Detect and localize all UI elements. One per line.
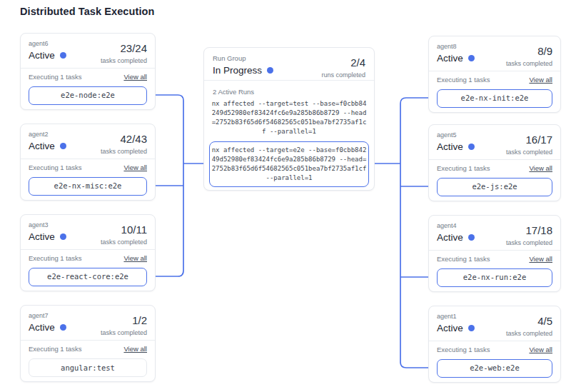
tasks-count: 23/24 bbox=[101, 42, 147, 54]
agent-card-agent1: agent1 Active 4/5 tasks completed Execut… bbox=[428, 306, 561, 383]
agent-status-label: Active bbox=[29, 141, 55, 151]
agent-status-label: Active bbox=[437, 323, 463, 333]
tasks-count-label: tasks completed bbox=[506, 330, 552, 337]
active-status-dot bbox=[468, 144, 475, 150]
task-pill[interactable]: e2e-nx-run:e2e bbox=[437, 268, 552, 287]
view-all-link[interactable]: View all bbox=[529, 346, 552, 353]
tasks-count: 42/43 bbox=[101, 133, 147, 145]
executing-label: Executing 1 tasks bbox=[437, 164, 490, 172]
agent-card-agent8: agent8 Active 8/9 tasks completed Execut… bbox=[428, 36, 561, 113]
agent-card-header: agent8 Active 8/9 tasks completed bbox=[429, 36, 560, 67]
agent-card-header: agent6 Active 23/24 tasks completed bbox=[21, 34, 155, 64]
agent-card-header: agent1 Active 4/5 tasks completed bbox=[429, 306, 560, 337]
card-divider bbox=[21, 249, 155, 250]
executing-label: Executing 1 tasks bbox=[437, 346, 490, 353]
view-all-link[interactable]: View all bbox=[123, 345, 147, 353]
tasks-count-label: tasks completed bbox=[506, 60, 552, 67]
runs-count: 2/4 bbox=[321, 56, 365, 69]
task-pill[interactable]: e2e-node:e2e bbox=[29, 86, 147, 105]
view-all-link[interactable]: View all bbox=[529, 255, 552, 263]
tasks-count-label: tasks completed bbox=[506, 149, 552, 156]
distributed-task-execution-view: Distributed Task Execution agent6 Active… bbox=[0, 0, 571, 392]
executing-label: Executing 1 tasks bbox=[437, 76, 490, 84]
tasks-count: 1/2 bbox=[101, 314, 147, 326]
in-progress-status-dot bbox=[267, 67, 273, 74]
agent-card-header: agent5 Active 16/17 tasks completed bbox=[429, 125, 560, 156]
tasks-count-label: tasks completed bbox=[101, 329, 147, 336]
executing-label: Executing 1 tasks bbox=[29, 345, 81, 353]
agent-name: agent1 bbox=[437, 313, 475, 320]
task-pill[interactable]: e2e-nx-init:e2e bbox=[437, 89, 552, 108]
agent-name: agent7 bbox=[29, 312, 66, 319]
agent-card-agent7: agent7 Active 1/2 tasks completed Execut… bbox=[20, 305, 156, 382]
executing-label: Executing 1 tasks bbox=[29, 254, 81, 262]
tasks-count: 17/18 bbox=[506, 224, 552, 236]
agent-card-header: agent2 Active 42/43 tasks completed bbox=[21, 124, 155, 155]
agent-name: agent8 bbox=[437, 43, 475, 50]
run-group-label: Run Group bbox=[213, 54, 273, 62]
agent-card-header: agent7 Active 1/2 tasks completed bbox=[21, 306, 155, 336]
task-pill[interactable]: e2e-web:e2e bbox=[437, 359, 552, 378]
view-all-link[interactable]: View all bbox=[529, 76, 552, 84]
tasks-count: 4/5 bbox=[506, 315, 552, 327]
agent-name: agent5 bbox=[437, 131, 475, 139]
agent-card-header: agent3 Active 10/11 tasks completed bbox=[21, 215, 155, 246]
agent-name: agent3 bbox=[29, 221, 66, 228]
tasks-count-label: tasks completed bbox=[506, 239, 552, 246]
tasks-count-label: tasks completed bbox=[101, 148, 147, 155]
agent-status-label: Active bbox=[437, 141, 463, 152]
tasks-count: 10/11 bbox=[101, 223, 147, 236]
view-all-link[interactable]: View all bbox=[529, 164, 552, 172]
active-status-dot bbox=[60, 324, 66, 331]
run-command: nx affected --target=test --base=f0cbb84… bbox=[210, 99, 368, 136]
active-status-dot bbox=[60, 143, 66, 149]
card-divider bbox=[21, 340, 155, 341]
agent-card-agent4: agent4 Active 17/18 tasks completed Exec… bbox=[428, 215, 561, 292]
task-pill[interactable]: e2e-react-core:e2e bbox=[29, 268, 147, 286]
tasks-count: 8/9 bbox=[506, 45, 552, 57]
agent-status-label: Active bbox=[437, 53, 463, 64]
executing-label: Executing 1 tasks bbox=[29, 73, 81, 81]
task-pill[interactable]: e2e-js:e2e bbox=[437, 178, 552, 196]
active-status-dot bbox=[468, 234, 475, 241]
card-divider bbox=[429, 250, 560, 251]
task-pill[interactable]: e2e-nx-misc:e2e bbox=[29, 177, 147, 196]
agent-card-agent5: agent5 Active 16/17 tasks completed Exec… bbox=[428, 124, 561, 201]
runs-count-label: runs completed bbox=[321, 71, 365, 79]
card-divider bbox=[21, 68, 155, 69]
agent-card-agent3: agent3 Active 10/11 tasks completed Exec… bbox=[20, 214, 156, 291]
view-all-link[interactable]: View all bbox=[123, 73, 147, 81]
view-all-link[interactable]: View all bbox=[123, 254, 147, 262]
run-group-card: Run Group In Progress 2/4 runs completed… bbox=[203, 47, 375, 191]
agent-card-agent2: agent2 Active 42/43 tasks completed Exec… bbox=[20, 124, 156, 201]
agent-status-label: Active bbox=[29, 231, 55, 242]
active-status-dot bbox=[468, 55, 475, 61]
executing-label: Executing 1 tasks bbox=[437, 255, 490, 263]
agent-status-label: Active bbox=[29, 322, 55, 333]
card-divider bbox=[429, 159, 560, 160]
agent-card-header: agent4 Active 17/18 tasks completed bbox=[429, 216, 560, 246]
tasks-count-label: tasks completed bbox=[101, 57, 147, 64]
agent-status-label: Active bbox=[437, 232, 463, 243]
task-pill[interactable]: angular:test bbox=[29, 358, 147, 377]
run-group-status-label: In Progress bbox=[213, 65, 262, 76]
page-title: Distributed Task Execution bbox=[20, 6, 154, 17]
agent-card-agent6: agent6 Active 23/24 tasks completed Exec… bbox=[20, 33, 156, 110]
agent-status-label: Active bbox=[29, 50, 55, 61]
active-status-dot bbox=[468, 325, 475, 331]
card-divider bbox=[429, 341, 560, 341]
agent-name: agent6 bbox=[29, 40, 66, 47]
active-status-dot bbox=[60, 52, 66, 59]
run-group-header: Run Group In Progress 2/4 runs completed bbox=[204, 48, 374, 79]
tasks-count-label: tasks completed bbox=[101, 238, 147, 246]
active-runs-label: 2 Active Runs bbox=[213, 88, 254, 96]
agent-name: agent2 bbox=[29, 131, 66, 138]
run-command-highlighted[interactable]: nx affected --target=e2e --base=f0cbb842… bbox=[209, 141, 369, 187]
view-all-link[interactable]: View all bbox=[123, 164, 147, 171]
active-status-dot bbox=[60, 233, 66, 240]
card-divider bbox=[21, 159, 155, 159]
executing-label: Executing 1 tasks bbox=[29, 164, 81, 171]
tasks-count: 16/17 bbox=[506, 134, 552, 146]
agent-name: agent4 bbox=[437, 222, 475, 229]
card-divider bbox=[429, 71, 560, 71]
